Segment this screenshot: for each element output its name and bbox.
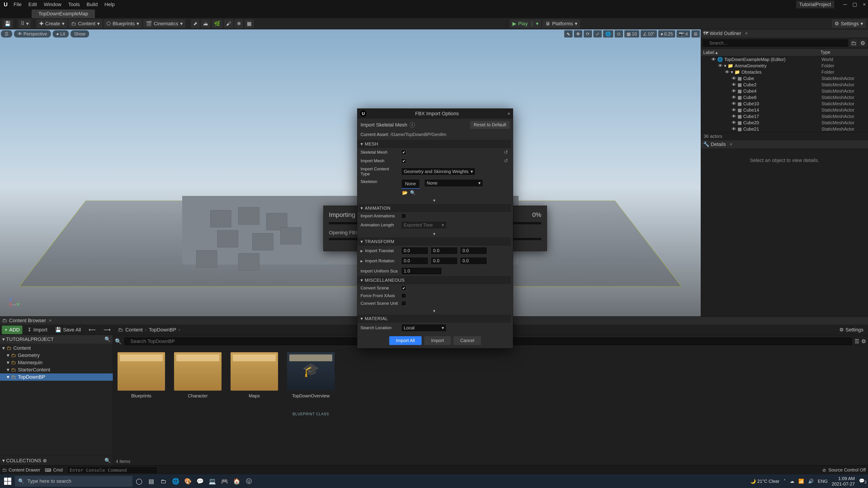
notifications-button[interactable]: 💬2 xyxy=(859,478,867,485)
outliner-row[interactable]: 👁▾📁ArenaGeometryFolder xyxy=(701,63,868,69)
anim-expand-button[interactable]: ▾ xyxy=(358,230,511,237)
clock[interactable]: 1:09 AM2021-07-27 xyxy=(832,476,855,487)
section-animation-header[interactable]: ▾Animation xyxy=(358,204,511,212)
cancel-button[interactable]: Cancel xyxy=(454,336,481,345)
taskbar-app-icon[interactable]: 🎨 xyxy=(182,476,193,487)
outliner-settings-button[interactable]: ⚙ xyxy=(859,39,867,47)
cb-collections-header[interactable]: ▾ COLLECTIONS ⊕ xyxy=(2,458,47,464)
surface-snap-button[interactable]: ⊙ xyxy=(615,30,623,37)
modes-button[interactable]: ⠿▾ xyxy=(19,20,31,28)
wifi-icon[interactable]: 📶 xyxy=(798,479,804,484)
outliner-filter-button[interactable]: 🗀 xyxy=(850,39,858,47)
section-misc-header[interactable]: ▾Miscellaneous xyxy=(358,276,511,284)
taskbar-app-icon[interactable]: 🗀 xyxy=(158,476,169,487)
skeleton-picker-button[interactable]: None xyxy=(401,179,420,189)
outliner-tab[interactable]: 🗺 World Outliner xyxy=(703,31,741,36)
section-mesh-header[interactable]: ▾Mesh xyxy=(358,140,511,148)
tool-select-button[interactable]: ⬈ xyxy=(191,20,199,28)
uniform-scale-input[interactable]: 1.0 xyxy=(401,267,442,275)
content-drawer-button[interactable]: 🗀 Content Drawer xyxy=(2,467,40,473)
rotate-x-input[interactable]: 0.0 xyxy=(401,257,428,265)
close-button[interactable]: × xyxy=(863,2,866,7)
save-button[interactable]: 💾 xyxy=(2,20,13,28)
search-location-combo[interactable]: Local▾ xyxy=(401,324,446,332)
expand-arrow-icon[interactable]: ▸ xyxy=(361,258,363,264)
outliner-row[interactable]: 👁▾📁ObstaclesFolder xyxy=(701,69,868,75)
outliner-row[interactable]: 👁🌐TopDownExampleMap (Editor)World xyxy=(701,56,868,63)
misc-expand-button[interactable]: ▾ xyxy=(358,307,511,315)
grid-snap-button[interactable]: ▦ 10 xyxy=(624,30,639,37)
taskbar-app-icon[interactable]: 🎮 xyxy=(219,476,230,487)
language-indicator[interactable]: ENG xyxy=(818,479,828,484)
viewport-lit-button[interactable]: ● Lit xyxy=(53,30,69,37)
cb-history-fwd-button[interactable]: ⟶ xyxy=(101,326,114,334)
reset-to-default-button[interactable]: Reset to Default xyxy=(470,121,510,129)
maximize-button[interactable]: ▢ xyxy=(852,2,857,7)
source-control-button[interactable]: Source Control Off xyxy=(829,467,866,473)
settings-button[interactable]: ⚙Settings▾ xyxy=(832,20,866,28)
cb-assets-filter-adv-button[interactable]: ⚙ xyxy=(861,338,866,345)
skeleton-combo[interactable]: None▾ xyxy=(424,179,483,187)
rotate-z-input[interactable]: 0.0 xyxy=(460,257,487,265)
outliner-tree[interactable]: 👁🌐TopDownExampleMap (Editor)World👁▾📁Aren… xyxy=(701,56,868,132)
cb-import-button[interactable]: ↧ Import xyxy=(25,326,50,334)
cb-collections-search[interactable]: 🔍 xyxy=(104,458,111,464)
section-material-header[interactable]: ▾Material xyxy=(358,315,511,323)
cmd-button[interactable]: ⌨ Cmd xyxy=(45,467,63,473)
blueprints-button[interactable]: ⎔Blueprints▾ xyxy=(104,20,142,28)
outliner-row[interactable]: 👁▦Cube10StaticMeshActor xyxy=(701,101,868,107)
cb-add-button[interactable]: + ADD xyxy=(2,326,22,334)
blueprint-asset[interactable]: 🎓TopDownOverviewBLUEPRINT CLASS xyxy=(287,352,335,416)
cb-assets-filter-button[interactable]: ☰ xyxy=(855,338,860,345)
folder-asset[interactable]: Maps xyxy=(230,352,278,398)
viewport[interactable]: ☰ 👁 Perspective ● Lit Show ⬉ ✥ ⟳ ⤢ 🌐 ⊙ ▦… xyxy=(0,29,701,316)
taskbar-app-icon[interactable]: 💻 xyxy=(207,476,218,487)
tool-mesh-paint-button[interactable]: 🖌 xyxy=(224,20,233,28)
outliner-row[interactable]: 👁▦Cube20StaticMeshActor xyxy=(701,120,868,126)
viewport-options-button[interactable]: ☰ xyxy=(1,30,12,37)
create-button[interactable]: ✚Create▾ xyxy=(37,20,67,28)
tray-expand-button[interactable]: ˄ xyxy=(783,479,786,484)
transform-move-button[interactable]: ✥ xyxy=(574,30,582,37)
transform-select-button[interactable]: ⬉ xyxy=(564,30,572,37)
reset-prop-button[interactable]: ↺ xyxy=(504,149,508,155)
fbx-close-button[interactable]: × xyxy=(507,111,510,116)
crumb-folder[interactable]: TopDownBP xyxy=(149,327,176,333)
import-mesh-checkbox[interactable] xyxy=(401,158,406,163)
outliner-search-input[interactable] xyxy=(702,39,848,47)
transform-scale-button[interactable]: ⤢ xyxy=(593,30,602,37)
cb-tree-row[interactable]: ▾🗀Mannequin xyxy=(0,359,113,366)
content-button[interactable]: 🗀Content▾ xyxy=(68,20,102,28)
tray-icon[interactable]: ☁ xyxy=(790,479,794,484)
cb-tree-row[interactable]: ▾🗀Geometry xyxy=(0,352,113,359)
tool-fracture-button[interactable]: ❄ xyxy=(235,20,243,28)
tool-landscape-button[interactable]: ⛰ xyxy=(201,20,211,28)
use-selected-button[interactable]: 📂 xyxy=(402,190,408,195)
tool-brush-button[interactable]: ▦ xyxy=(245,20,254,28)
browse-button[interactable]: 🔍 xyxy=(410,190,416,195)
translate-z-input[interactable]: 0.0 xyxy=(460,247,487,254)
rotate-y-input[interactable]: 0.0 xyxy=(431,257,458,265)
angle-snap-button[interactable]: ∠ 10° xyxy=(641,30,657,37)
crumb-content[interactable]: Content xyxy=(125,327,143,333)
taskbar-search[interactable]: 🔍Type here to search xyxy=(15,476,132,487)
cb-tree-row[interactable]: ▾🗀Content xyxy=(0,345,113,352)
outliner-row[interactable]: 👁▦Cube4StaticMeshActor xyxy=(701,88,868,94)
cinematics-button[interactable]: 🎬Cinematics▾ xyxy=(143,20,185,28)
import-animations-checkbox[interactable] xyxy=(401,214,406,219)
cb-tree-row[interactable]: ▾🗀TopDownBP xyxy=(0,373,113,381)
info-icon[interactable]: i xyxy=(410,122,415,128)
platforms-button[interactable]: 🖥Platforms▾ xyxy=(542,20,580,28)
cb-tree-row[interactable]: ▾🗀StarterContent xyxy=(0,366,113,373)
tool-foliage-button[interactable]: 🌿 xyxy=(212,20,222,28)
cb-tree-list[interactable]: ▾🗀Content▾🗀Geometry▾🗀Mannequin▾🗀StarterC… xyxy=(0,344,113,456)
task-view-button[interactable]: ◯ xyxy=(133,476,145,487)
menu-window[interactable]: Window xyxy=(43,2,61,7)
viewport-maximize-button[interactable]: ⊞ xyxy=(691,30,700,37)
details-tab[interactable]: 🔧 Details xyxy=(703,141,726,147)
convert-scene-checkbox[interactable] xyxy=(401,286,406,291)
menu-edit[interactable]: Edit xyxy=(28,2,37,7)
cb-settings-button[interactable]: ⚙ Settings xyxy=(837,326,866,334)
mesh-expand-button[interactable]: ▾ xyxy=(358,197,511,204)
cb-asset-grid[interactable]: Blueprints Character Maps 🎓TopDownOvervi… xyxy=(113,348,868,457)
